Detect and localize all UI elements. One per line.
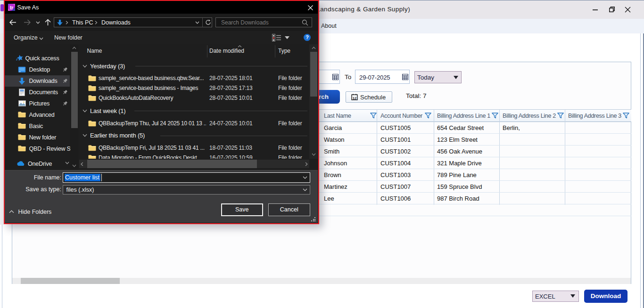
svg-text:12: 12 bbox=[353, 96, 356, 100]
svg-text:tr: tr bbox=[9, 5, 13, 10]
